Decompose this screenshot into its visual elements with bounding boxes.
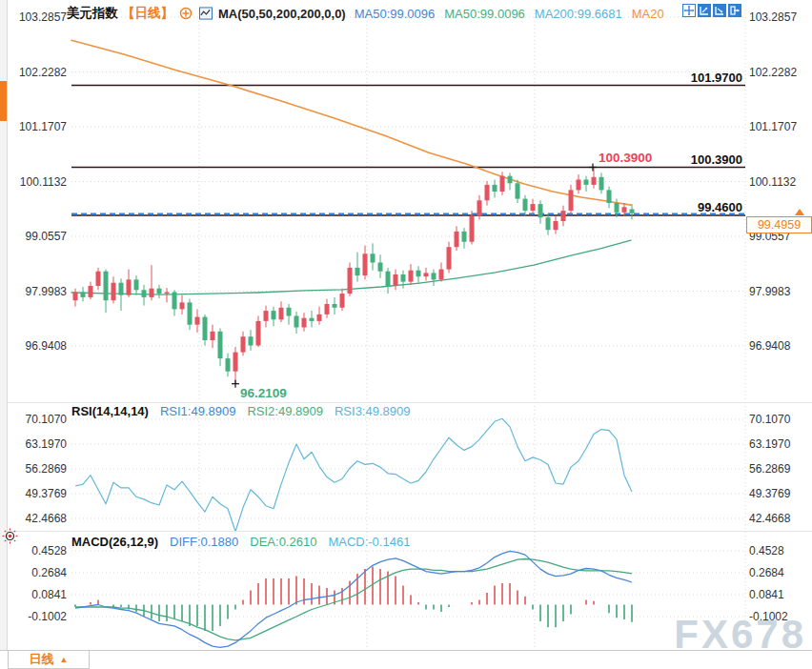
indicator-settings-sun-icon[interactable] xyxy=(2,528,18,544)
move-icon[interactable] xyxy=(682,4,696,17)
candle-body xyxy=(630,210,635,213)
candle-body xyxy=(378,263,383,272)
rsi-line xyxy=(75,418,632,532)
macd-value-1: DEA:0.2610 xyxy=(250,535,316,549)
candle-body xyxy=(523,199,528,212)
candle-body xyxy=(470,216,475,242)
candle-body xyxy=(104,272,109,301)
candle-body xyxy=(424,273,429,276)
candle-body xyxy=(272,311,276,319)
candle-body xyxy=(615,203,619,213)
chart-toolbar xyxy=(682,4,741,17)
chart-style-icon[interactable] xyxy=(199,7,213,20)
candle-body xyxy=(249,336,254,345)
axis-label-right: 42.4668 xyxy=(749,512,791,525)
axis-label-left: 70.1070 xyxy=(26,413,68,426)
candle-body xyxy=(165,293,170,294)
rsi-title: RSI(14,14,14) xyxy=(71,404,149,418)
level-label: 101.9700 xyxy=(691,71,742,85)
candle-body xyxy=(203,317,208,340)
ma-value-3: MA20 xyxy=(632,7,664,21)
axis-label-right: 96.9408 xyxy=(749,339,791,353)
axis-label-left: 103.2857 xyxy=(19,10,67,24)
candle-body xyxy=(485,185,490,200)
period-selector-button[interactable]: 日线 ▲ xyxy=(8,650,90,669)
axis-label-right: 101.1707 xyxy=(749,120,797,133)
candle-body xyxy=(592,177,597,185)
chart-header: 美元指数 【日线】 MA(50,50,200,200,0,0) MA50:99.… xyxy=(67,4,664,23)
axis-label-left: 96.9408 xyxy=(26,339,68,353)
candle-body xyxy=(432,273,436,279)
candles xyxy=(73,168,635,384)
axis-label-left: 0.0841 xyxy=(31,588,67,601)
rsi-value-1: RSI2:49.8909 xyxy=(247,404,323,418)
period-label: 【日线】 xyxy=(122,5,173,22)
axis-label-right: 97.9983 xyxy=(749,285,791,298)
panel-separator xyxy=(8,531,812,532)
candle-body xyxy=(157,289,162,294)
axis-label-left: 101.1707 xyxy=(19,120,67,133)
candle-body xyxy=(340,294,345,308)
bottom-bar xyxy=(0,650,812,669)
axis-label-right: -0.1002 xyxy=(749,610,788,623)
candle-body xyxy=(599,177,604,191)
candle-body xyxy=(333,304,337,308)
candle-body xyxy=(150,289,154,297)
axis-label-right: 70.1070 xyxy=(749,413,791,426)
candle-body xyxy=(325,304,330,314)
axis-label-left: 63.1970 xyxy=(26,437,68,451)
macd-value-2: MACD:-0.1461 xyxy=(328,535,410,549)
chart-canvas[interactable]: 103.2857103.2857102.2282102.2282101.1707… xyxy=(0,0,812,669)
candle-body xyxy=(584,180,589,185)
rsi-value-2: RSI3:49.8909 xyxy=(335,404,411,418)
candle-body xyxy=(89,286,93,297)
candle-body xyxy=(96,272,101,286)
candle-body xyxy=(546,217,551,230)
candle-body xyxy=(569,190,574,211)
ma-values: MA50:99.0096MA50:99.0096MA200:99.6681MA2… xyxy=(355,7,664,21)
candle-body xyxy=(112,283,116,301)
candle-body xyxy=(500,176,505,192)
exit-chart-icon[interactable] xyxy=(728,4,741,17)
level-label: 99.4600 xyxy=(698,200,742,214)
candle-body xyxy=(287,308,292,316)
scale-axis-right-icon[interactable] xyxy=(713,4,726,17)
macd-header: MACD(26,12,9) DIFF:0.1880DEA:0.2610MACD:… xyxy=(71,535,410,549)
candle-body xyxy=(477,200,482,215)
ma-settings: MA(50,50,200,200,0,0) xyxy=(218,7,346,21)
candle-body xyxy=(134,279,139,290)
axis-label-right: 103.2857 xyxy=(749,10,797,24)
candle-body xyxy=(218,332,223,358)
axis-label-left: 97.9983 xyxy=(26,285,68,298)
candle-body xyxy=(394,274,398,286)
candle-body xyxy=(371,253,376,262)
candle-body xyxy=(462,232,467,242)
macd-diff-line xyxy=(75,551,632,647)
axis-label-right: 0.2684 xyxy=(749,566,784,579)
scale-axis-left-icon[interactable] xyxy=(698,4,711,17)
candle-body xyxy=(439,270,444,280)
candle-body xyxy=(355,268,360,275)
candle-body xyxy=(302,318,307,328)
expand-icon[interactable] xyxy=(179,7,193,20)
candle-body xyxy=(348,268,353,294)
candle-body xyxy=(195,317,200,325)
candle-body xyxy=(516,183,520,198)
macd-values: DIFF:0.1880DEA:0.2610MACD:-0.1461 xyxy=(170,535,410,549)
candle-body xyxy=(73,293,78,301)
rsi-value-0: RSI1:49.8909 xyxy=(160,404,236,418)
current-price-tag: 99.4959 xyxy=(746,216,812,233)
axis-label-left: 42.4668 xyxy=(26,512,68,525)
axis-label-left: 99.0557 xyxy=(26,230,68,243)
axis-label-right: 0.0841 xyxy=(749,588,784,601)
price-annotation: 96.2109 xyxy=(240,386,287,400)
candle-body xyxy=(622,207,627,213)
candle-body xyxy=(256,321,261,346)
axis-label-right: 100.1132 xyxy=(749,175,796,189)
candle-body xyxy=(455,232,459,247)
candle-body xyxy=(363,253,368,275)
candle-body xyxy=(142,290,147,297)
candle-body xyxy=(173,293,177,310)
candle-body xyxy=(294,316,299,328)
candle-body xyxy=(409,271,414,282)
